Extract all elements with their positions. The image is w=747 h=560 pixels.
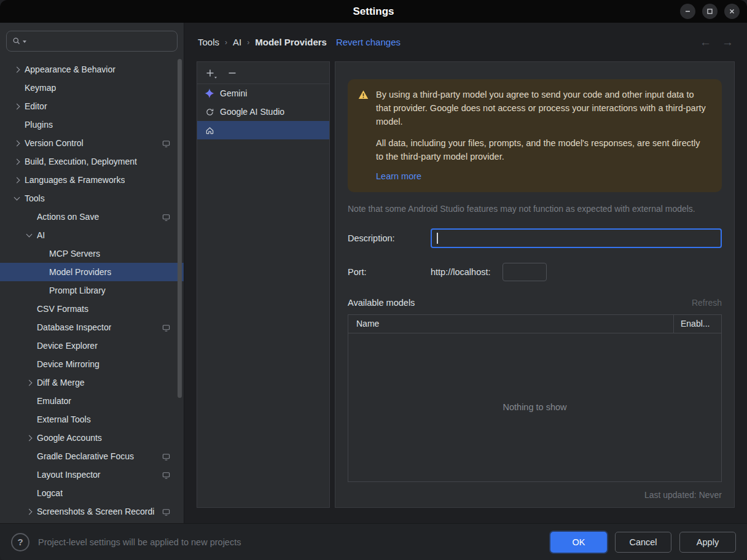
settings-search-box[interactable] — [6, 31, 178, 52]
dialog-footer: ? Project-level settings will be applied… — [0, 523, 747, 560]
google-ai-studio-icon — [205, 107, 214, 117]
chevron-right-icon[interactable] — [10, 160, 23, 164]
chevron-right-icon[interactable] — [10, 104, 23, 109]
sidebar-item-appearance-behavior[interactable]: Appearance & Behavior — [0, 60, 184, 79]
sidebar-item-label: Appearance & Behavior — [25, 64, 115, 74]
settings-body: Appearance & Behavior Keymap Editor Plug… — [0, 23, 747, 523]
sidebar-item-actions-on-save[interactable]: Actions on Save — [0, 208, 184, 226]
add-provider-button[interactable] — [203, 66, 217, 80]
models-table: Name Enabl... Nothing to show — [348, 314, 722, 482]
settings-sidebar: Appearance & Behavior Keymap Editor Plug… — [0, 23, 184, 523]
refresh-link[interactable]: Refresh — [692, 298, 722, 308]
back-arrow-icon[interactable]: ← — [700, 36, 711, 49]
chevron-right-icon[interactable] — [10, 178, 23, 182]
window-title: Settings — [0, 6, 747, 18]
sidebar-item-screenshots-screen-recording[interactable]: Screenshots & Screen Recordi — [0, 502, 184, 521]
gemini-icon — [205, 88, 214, 98]
port-label: Port: — [348, 267, 431, 277]
warning-text: By using a third-party model you agree t… — [376, 88, 707, 184]
provider-item-gemini[interactable]: Gemini — [197, 84, 329, 103]
settings-tree: Appearance & Behavior Keymap Editor Plug… — [0, 60, 184, 521]
available-models-label: Available models — [348, 298, 415, 308]
chevron-right-icon[interactable] — [22, 436, 36, 440]
sidebar-item-gradle-declarative-focus[interactable]: Gradle Declarative Focus — [0, 447, 184, 465]
learn-more-link[interactable]: Learn more — [376, 170, 421, 184]
sidebar-item-languages-frameworks[interactable]: Languages & Frameworks — [0, 171, 184, 189]
sidebar-item-logcat[interactable]: Logcat — [0, 484, 184, 502]
chevron-down-icon[interactable] — [23, 41, 26, 43]
window-controls — [680, 4, 747, 19]
sidebar-item-label: AI — [37, 230, 45, 240]
sidebar-item-database-inspector[interactable]: Database Inspector — [0, 318, 184, 336]
sidebar-item-layout-inspector[interactable]: Layout Inspector — [0, 465, 184, 484]
remove-provider-button[interactable] — [225, 66, 240, 80]
screen-icon — [162, 139, 170, 147]
sidebar-item-label: Keymap — [25, 83, 56, 93]
sidebar-item-device-explorer[interactable]: Device Explorer — [0, 336, 184, 355]
sidebar-item-prompt-library[interactable]: Prompt Library — [0, 281, 184, 300]
sidebar-item-plugins[interactable]: Plugins — [0, 115, 184, 134]
minimize-button[interactable] — [680, 4, 695, 19]
empty-state-text: Nothing to show — [503, 402, 567, 412]
sidebar-item-label: CSV Formats — [37, 304, 88, 314]
footer-status-text: Project-level settings will be applied t… — [38, 537, 241, 547]
close-button[interactable] — [724, 4, 740, 19]
maximize-icon — [706, 8, 713, 15]
breadcrumb-tools[interactable]: Tools — [198, 37, 219, 47]
sidebar-item-diff-merge[interactable]: Diff & Merge — [0, 373, 184, 392]
sidebar-item-model-providers[interactable]: Model Providers — [0, 263, 184, 281]
sidebar-item-label: Plugins — [25, 120, 53, 130]
sidebar-item-tools[interactable]: Tools — [0, 189, 184, 208]
sidebar-item-label: Tools — [25, 193, 45, 203]
description-input[interactable] — [431, 228, 722, 248]
search-icon[interactable] — [12, 37, 21, 45]
forward-arrow-icon[interactable]: → — [722, 36, 733, 49]
sidebar-item-build-execution-deployment[interactable]: Build, Execution, Deployment — [0, 152, 184, 171]
provider-item-new[interactable] — [197, 121, 329, 139]
sidebar-item-emulator[interactable]: Emulator — [0, 392, 184, 410]
sidebar-item-version-control[interactable]: Version Control — [0, 134, 184, 152]
sidebar-item-external-tools[interactable]: External Tools — [0, 410, 184, 429]
port-input[interactable] — [503, 263, 547, 281]
chevron-right-icon[interactable] — [10, 68, 23, 72]
breadcrumb-ai[interactable]: AI — [233, 37, 241, 47]
history-nav: ← → — [700, 36, 733, 49]
sidebar-item-label: Diff & Merge — [37, 378, 85, 387]
screen-icon — [162, 508, 170, 516]
screen-icon — [162, 324, 170, 332]
chevron-right-icon[interactable] — [22, 381, 36, 385]
sidebar-item-label: Actions on Save — [37, 212, 99, 222]
breadcrumb-separator: › — [225, 38, 227, 47]
ok-button[interactable]: OK — [550, 532, 607, 553]
provider-toolbar — [197, 62, 329, 84]
minimize-icon — [684, 8, 691, 15]
sidebar-item-editor[interactable]: Editor — [0, 97, 184, 115]
chevron-down-icon[interactable] — [10, 198, 23, 200]
sidebar-item-mcp-servers[interactable]: MCP Servers — [0, 244, 184, 263]
cancel-button[interactable]: Cancel — [615, 532, 671, 553]
sidebar-item-label: Build, Execution, Deployment — [25, 157, 137, 166]
search-input[interactable] — [31, 36, 171, 46]
revert-changes-link[interactable]: Revert changes — [336, 37, 401, 47]
sidebar-item-device-mirroring[interactable]: Device Mirroring — [0, 355, 184, 373]
sidebar-item-label: Database Inspector — [37, 322, 111, 332]
last-updated-text: Last updated: Never — [348, 490, 722, 500]
sidebar-item-csv-formats[interactable]: CSV Formats — [0, 300, 184, 318]
chevron-right-icon[interactable] — [22, 510, 36, 514]
sidebar-item-google-accounts[interactable]: Google Accounts — [0, 429, 184, 447]
help-icon[interactable]: ? — [11, 533, 29, 551]
apply-button[interactable]: Apply — [679, 532, 736, 553]
sidebar-item-ai[interactable]: AI — [0, 226, 184, 244]
chevron-down-icon[interactable] — [22, 235, 36, 236]
sidebar-item-keymap[interactable]: Keymap — [0, 79, 184, 97]
sidebar-scrollbar[interactable] — [178, 59, 182, 398]
warning-paragraph-1: By using a third-party model you agree t… — [376, 88, 707, 128]
chevron-right-icon[interactable] — [10, 141, 23, 146]
provider-detail-panel: By using a third-party model you agree t… — [335, 61, 735, 508]
column-header-name[interactable]: Name — [348, 315, 673, 333]
provider-item-google-ai-studio[interactable]: Google AI Studio — [197, 103, 329, 121]
maximize-button[interactable] — [702, 4, 718, 19]
plus-icon — [205, 68, 215, 78]
column-header-enabled[interactable]: Enabl... — [673, 315, 721, 333]
sidebar-item-label: Prompt Library — [49, 286, 106, 295]
